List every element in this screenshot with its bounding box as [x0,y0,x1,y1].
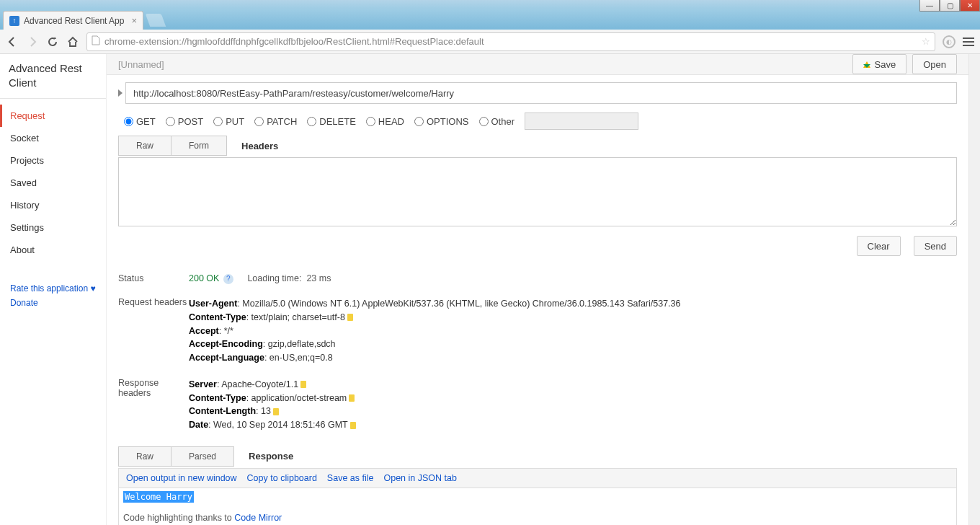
sidebar-item-about[interactable]: About [0,239,106,261]
headers-raw-tab[interactable]: Raw [119,136,172,155]
headers-form-tab[interactable]: Form [172,136,226,155]
donate-link[interactable]: Donate [10,296,96,310]
collapse-toggle-icon[interactable] [118,89,122,97]
sidebar-item-saved[interactable]: Saved [0,172,106,194]
maximize-button[interactable]: ▢ [940,0,960,12]
response-body-box: Welcome Harry Code highlighting thanks t… [118,488,957,525]
response-headers-label: Response headers [118,378,189,432]
copy-clipboard-link[interactable]: Copy to clipboard [247,473,317,483]
response-headers-block: Server: Apache-Coyote/1.1Content-Type: a… [189,378,957,432]
method-head[interactable]: HEAD [366,116,404,127]
app-title: Advanced Rest Client [0,61,106,99]
response-action-links: Open output in new window Copy to clipbo… [118,468,957,488]
page-icon [92,35,100,48]
method-delete[interactable]: DELETE [307,116,356,127]
sidebar-item-history[interactable]: History [0,194,106,216]
sidebar-item-settings[interactable]: Settings [0,216,106,239]
credit-line: Code highlighting thanks to Code Mirror [123,513,952,523]
send-button[interactable]: Send [914,236,957,256]
method-put[interactable]: PUT [213,116,244,127]
save-file-link[interactable]: Save as file [327,473,374,483]
rate-app-link[interactable]: Rate this application ♥ [10,281,96,296]
request-url-input[interactable] [125,82,957,104]
headers-label: Headers [241,141,278,151]
method-patch[interactable]: PATCH [254,116,297,127]
address-bar[interactable]: chrome-extension://hgmloofddffdnphfgcell… [86,32,935,51]
request-headers-block: User-Agent: Mozilla/5.0 (Windows NT 6.1)… [189,297,957,365]
close-tab-icon[interactable]: × [131,15,137,26]
open-json-link[interactable]: Open in JSON tab [383,473,456,483]
method-options[interactable]: OPTIONS [414,116,469,127]
browser-tab[interactable]: ↑ Advanced Rest Client App × [3,11,143,30]
sidebar-item-socket[interactable]: Socket [0,127,106,149]
headers-textarea[interactable] [118,157,957,226]
save-button[interactable]: Save [852,54,907,74]
url-text: chrome-extension://hgmloofddffdnphfgcell… [104,36,917,47]
minimize-button[interactable]: — [919,0,940,12]
response-label: Response [249,451,293,462]
http-method-row: GET POST PUT PATCH DELETE HEAD OPTIONS O… [118,112,957,130]
home-icon[interactable] [66,36,79,48]
other-method-input[interactable] [525,112,638,130]
method-get[interactable]: GET [124,116,156,127]
window-titlebar: — ▢ ✕ [0,0,980,9]
browser-nav-bar: chrome-extension://hgmloofddffdnphfgcell… [0,30,980,54]
response-raw-tab[interactable]: Raw [119,447,172,466]
hamburger-menu-icon[interactable] [963,38,974,46]
clear-button[interactable]: Clear [857,236,901,256]
scrollbar[interactable] [968,54,980,525]
response-body-text[interactable]: Welcome Harry [123,491,194,503]
main-panel: [Unnamed] Save Open GET POST PUT PATCH D… [107,54,968,525]
request-name: [Unnamed] [118,59,847,70]
sidebar-item-projects[interactable]: Projects [0,149,106,172]
method-post[interactable]: POST [166,116,203,127]
bookmark-star-icon[interactable]: ☆ [922,36,930,47]
new-tab-button[interactable] [146,14,166,27]
google-drive-icon [863,61,870,68]
tab-title: Advanced Rest Client App [24,16,124,26]
sidebar: Advanced Rest Client Request Socket Proj… [0,54,107,525]
method-other[interactable]: Other [479,116,515,127]
extension-icon[interactable]: ◐ [943,35,956,48]
status-label: Status [118,273,189,284]
browser-tab-bar: ↑ Advanced Rest Client App × [0,9,980,30]
back-icon[interactable] [6,36,19,48]
close-window-button[interactable]: ✕ [960,0,980,12]
status-help-icon[interactable]: ? [223,274,233,284]
open-output-link[interactable]: Open output in new window [126,473,237,483]
code-mirror-link[interactable]: Code Mirror [234,513,282,523]
sidebar-item-request[interactable]: Request [0,105,106,127]
open-button[interactable]: Open [912,54,957,74]
top-toolbar: [Unnamed] Save Open [107,54,968,75]
tab-favicon-icon: ↑ [9,16,19,26]
request-headers-label: Request headers [118,297,189,365]
response-parsed-tab[interactable]: Parsed [172,447,233,466]
reload-icon[interactable] [46,36,59,48]
status-row: 200 OK ? Loading time: 23 ms [189,273,957,284]
forward-icon[interactable] [26,36,39,48]
